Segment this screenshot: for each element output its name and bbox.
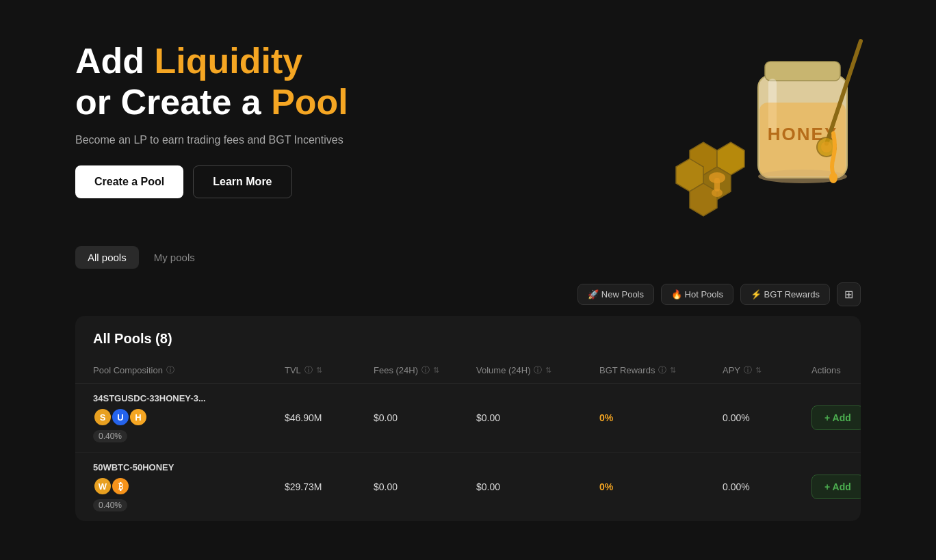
token-icon-stg: S <box>93 408 112 427</box>
grid-icon: ⊞ <box>844 289 853 300</box>
pool-composition-info-icon[interactable]: ⓘ <box>166 364 174 376</box>
apy-sort-icon[interactable]: ⇅ <box>755 366 762 375</box>
tabs-container: All pools My pools <box>75 246 861 269</box>
col-tvl: TVL ⓘ ⇅ <box>285 364 374 376</box>
tvl-value: $46.90M <box>285 412 374 423</box>
volume-value: $0.00 <box>476 481 599 492</box>
hero-title-word1: Add <box>75 41 144 81</box>
bgt-rewards-filter-button[interactable]: ⚡ BGT Rewards <box>740 284 830 305</box>
pool-fee-badge: 0.40% <box>93 430 127 442</box>
actions-cell: + Add <box>811 475 861 499</box>
bgt-sort-icon[interactable]: ⇅ <box>670 366 676 375</box>
hero-text: Add Liquidity or Create a Pool Become an… <box>75 41 431 198</box>
volume-value: $0.00 <box>476 412 599 423</box>
tvl-value: $29.73M <box>285 481 374 492</box>
hero-subtitle: Become an LP to earn trading fees and BG… <box>75 134 431 146</box>
volume-sort-icon[interactable]: ⇅ <box>545 366 551 375</box>
pool-token-icons: S U H <box>93 408 285 427</box>
pool-name: 50WBTC-50HONEY <box>93 462 285 472</box>
table-row: 34STGUSDC-33HONEY-3... S U H 0.40% $46.9… <box>75 384 861 453</box>
table-title: All Pools (8) <box>75 316 861 358</box>
svg-point-7 <box>712 189 723 197</box>
pool-token-icons: W ₿ <box>93 477 285 496</box>
fees-info-icon[interactable]: ⓘ <box>421 364 430 376</box>
fees-value: $0.00 <box>374 412 476 423</box>
create-pool-button[interactable]: Create a Pool <box>75 165 183 198</box>
col-bgt-rewards: BGT Rewards ⓘ ⇅ <box>599 364 723 376</box>
svg-point-17 <box>829 172 837 183</box>
new-pools-filter-button[interactable]: 🚀 New Pools <box>577 284 654 305</box>
apy-value: 0.00% <box>723 412 811 423</box>
col-pool-composition: Pool Composition ⓘ <box>93 364 285 376</box>
svg-point-16 <box>821 142 832 152</box>
tab-all-pools[interactable]: All pools <box>75 246 139 269</box>
hero-title-word3: or Create a <box>75 82 261 122</box>
col-fees-24h: Fees (24H) ⓘ ⇅ <box>374 364 476 376</box>
col-apy: APY ⓘ ⇅ <box>723 364 811 376</box>
bgt-rewards-value: 0% <box>599 412 723 423</box>
hero-title-word4: Pool <box>271 82 348 122</box>
col-volume-24h: Volume (24H) ⓘ ⇅ <box>476 364 599 376</box>
pool-composition-cell: 50WBTC-50HONEY W ₿ 0.40% <box>93 462 285 511</box>
pool-fee-badge: 0.40% <box>93 499 127 511</box>
hero-title: Add Liquidity or Create a Pool <box>75 41 431 123</box>
tab-my-pools[interactable]: My pools <box>142 246 207 269</box>
token-icon-btc: ₿ <box>111 477 130 496</box>
hero-title-word2: Liquidity <box>155 41 303 81</box>
fees-sort-icon[interactable]: ⇅ <box>433 366 439 375</box>
filter-bar: 🚀 New Pools 🔥 Hot Pools ⚡ BGT Rewards ⊞ <box>0 282 936 306</box>
actions-cell: + Add <box>811 405 861 430</box>
tvl-info-icon[interactable]: ⓘ <box>304 364 313 376</box>
table-row: 50WBTC-50HONEY W ₿ 0.40% $29.73M $0.00 $… <box>75 453 861 521</box>
grid-view-button[interactable]: ⊞ <box>837 282 861 306</box>
token-icon-usdc: U <box>111 408 130 427</box>
apy-value: 0.00% <box>723 481 811 492</box>
hero-section: Add Liquidity or Create a Pool Become an… <box>0 0 936 246</box>
token-icon-wbtc: W <box>93 477 112 496</box>
honey-jar-illustration: HONEY <box>649 14 881 219</box>
hero-buttons: Create a Pool Learn More <box>75 165 431 198</box>
add-liquidity-button-row2[interactable]: + Add <box>811 475 861 499</box>
learn-more-button[interactable]: Learn More <box>193 165 291 198</box>
tabs-section: All pools My pools <box>0 246 936 269</box>
bgt-rewards-value: 0% <box>599 481 723 492</box>
svg-rect-9 <box>765 62 840 81</box>
pool-composition-cell: 34STGUSDC-33HONEY-3... S U H 0.40% <box>93 393 285 442</box>
hot-pools-filter-button[interactable]: 🔥 Hot Pools <box>661 284 733 305</box>
table-header: Pool Composition ⓘ TVL ⓘ ⇅ Fees (24H) ⓘ … <box>75 358 861 384</box>
pools-table-container: All Pools (8) Pool Composition ⓘ TVL ⓘ ⇅… <box>75 316 861 521</box>
add-liquidity-button-row1[interactable]: + Add <box>811 405 861 430</box>
fees-value: $0.00 <box>374 481 476 492</box>
col-actions: Actions <box>811 364 861 376</box>
volume-info-icon[interactable]: ⓘ <box>534 364 542 376</box>
tvl-sort-icon[interactable]: ⇅ <box>316 366 322 375</box>
pool-name: 34STGUSDC-33HONEY-3... <box>93 393 285 403</box>
token-icon-honey: H <box>129 408 148 427</box>
bgt-info-icon[interactable]: ⓘ <box>658 364 666 376</box>
apy-info-icon[interactable]: ⓘ <box>744 364 752 376</box>
